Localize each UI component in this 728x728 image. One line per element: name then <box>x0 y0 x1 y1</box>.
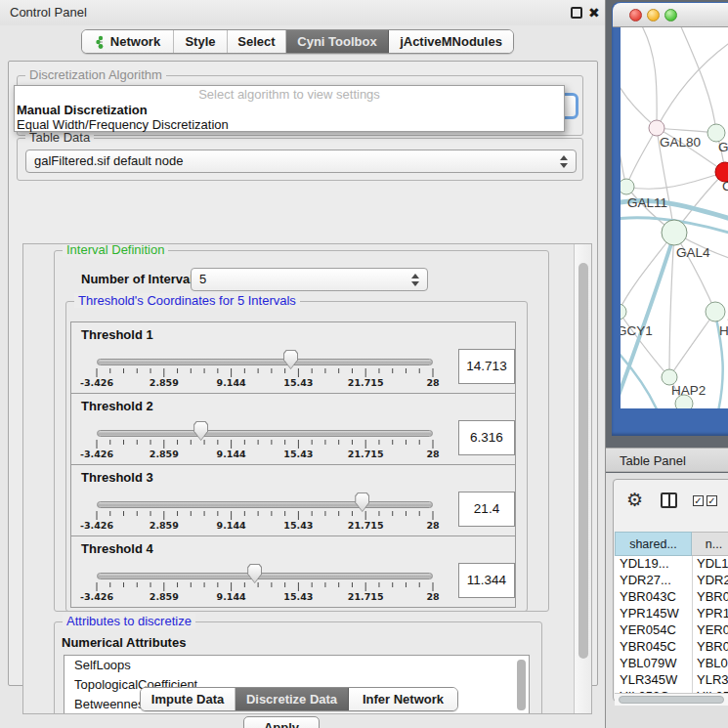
table-row[interactable]: YPR145WYPR145W <box>615 606 728 622</box>
threshold-panel-2: Threshold 2-3.4262.8599.14415.4321.71528… <box>70 393 516 465</box>
number-of-intervals-combobox[interactable]: 5 <box>191 268 428 291</box>
interval-definition-group-label: Interval Definition <box>63 243 168 257</box>
select-none-checkbox-icon[interactable]: ✓ <box>707 495 717 506</box>
table-column-name[interactable]: n... <box>692 532 728 556</box>
threshold-slider-thumb[interactable] <box>283 350 298 369</box>
network-edge[interactable] <box>669 233 674 377</box>
GAL4-node[interactable] <box>662 220 687 245</box>
settings-scrollpane: Interval DefinitionNumber of Intervals5T… <box>22 243 592 714</box>
threshold-panel-1: Threshold 1-3.4262.8599.14415.4321.71528… <box>70 321 516 394</box>
apply-button[interactable]: Apply <box>243 716 320 728</box>
network-edge[interactable] <box>621 106 626 187</box>
table-hscrollbar-thumb[interactable] <box>619 696 724 704</box>
table-row[interactable]: YDL19...YDL19... <box>615 556 728 573</box>
node-table-card: ⚙ ✓ ✓ shared... n... YDL19...YDL19...YDR… <box>613 479 728 702</box>
table-row[interactable]: YDR27...YDR27... <box>615 573 728 589</box>
network-edge[interactable] <box>669 312 715 377</box>
tab-jactivemnodules[interactable]: jActiveMNodules <box>389 30 513 53</box>
table-row[interactable]: YBR045CYBR045C <box>615 639 728 656</box>
threshold-value-field[interactable]: 11.344 <box>458 563 515 598</box>
column-selector-icon[interactable] <box>661 492 677 508</box>
GAL80-node[interactable] <box>649 120 664 136</box>
table-row[interactable]: YBL079WYBL079W <box>615 656 728 672</box>
tab-select[interactable]: Select <box>228 30 286 53</box>
combo-arrows-icon <box>410 273 419 287</box>
float-window-icon[interactable] <box>571 7 582 19</box>
table-horizontal-scrollbar[interactable] <box>615 693 728 706</box>
cell-shared-name: YBR043C <box>620 589 690 605</box>
tab-infer-network[interactable]: Infer Network <box>349 688 457 710</box>
tick-label: -3.426 <box>75 449 118 459</box>
attributes-list-scrollbar-thumb[interactable] <box>517 660 526 710</box>
GCY1-node[interactable] <box>621 304 626 320</box>
threshold-label: Threshold 1 <box>81 327 153 342</box>
tab-discretize-data[interactable]: Discretize Data <box>236 688 349 710</box>
network-edge[interactable] <box>626 172 725 189</box>
cell-name: YBL079W <box>697 656 728 671</box>
table-panel-header: Table Panel <box>606 448 728 472</box>
attribute-list-item[interactable]: SelfLoops <box>64 656 529 675</box>
tab-cyni-toolbox[interactable]: Cyni Toolbox <box>286 30 389 53</box>
number-of-intervals-value: 5 <box>199 272 206 286</box>
cell-shared-name: YDR27... <box>620 573 690 588</box>
network-view-window[interactable]: GAL80GCGAL11GAL4GCY1HHAP2 <box>612 2 728 436</box>
algorithm-option-0[interactable]: Manual Discretization <box>17 103 148 117</box>
threshold-slider-thumb[interactable] <box>247 564 262 583</box>
cell-name: YER054C <box>697 622 728 638</box>
panel-title: Control Panel <box>10 5 87 20</box>
table-column-shared-name[interactable]: shared... <box>615 532 692 556</box>
tick-label: 15.43 <box>277 449 320 459</box>
threshold-value-field[interactable]: 21.4 <box>458 492 515 527</box>
network-edge[interactable] <box>621 66 657 128</box>
settings-vertical-scrollbar[interactable] <box>574 244 591 713</box>
minimize-traffic-light-icon[interactable] <box>647 9 660 21</box>
network-edge[interactable] <box>657 37 728 128</box>
threshold-slider-thumb[interactable] <box>355 492 369 512</box>
threshold-slider-thumb[interactable] <box>193 421 208 441</box>
threshold-value-field[interactable]: 14.713 <box>458 349 515 384</box>
threshold-slider-track[interactable] <box>97 501 433 508</box>
tick-label: 9.144 <box>210 377 253 388</box>
network-edge[interactable] <box>621 233 674 312</box>
table-row[interactable]: YLR345WYLR345W <box>615 672 728 689</box>
number-of-intervals-label: Number of Intervals <box>81 272 200 286</box>
network-edge[interactable] <box>640 27 657 128</box>
network-edge[interactable] <box>626 128 657 187</box>
network-canvas[interactable]: GAL80GCGAL11GAL4GCY1HHAP2 <box>621 27 728 408</box>
tab-label: Impute Data <box>151 692 224 707</box>
close-icon[interactable]: ✖ <box>588 7 600 19</box>
gear-icon[interactable]: ⚙ <box>626 491 643 509</box>
top-tabstrip: NetworkStyleSelectCyni ToolboxjActiveMNo… <box>81 29 514 54</box>
tab-impute-data[interactable]: Impute Data <box>141 688 236 710</box>
table-row[interactable]: YBR043CYBR043C <box>615 589 728 606</box>
close-traffic-light-icon[interactable] <box>629 9 642 21</box>
tick-label: 2.859 <box>143 591 186 602</box>
tab-label: Discretize Data <box>246 692 337 707</box>
H-node[interactable] <box>706 302 725 321</box>
threshold-value-field[interactable]: 6.316 <box>458 420 515 455</box>
cell-name: YDL19... <box>697 556 728 572</box>
GAL11-node[interactable] <box>621 179 634 194</box>
cell-shared-name: YLR345W <box>620 672 690 688</box>
tab-network[interactable]: Network <box>82 30 174 53</box>
table-panel-title: Table Panel <box>620 453 686 468</box>
threshold-slider-track[interactable] <box>97 359 433 365</box>
table-row[interactable]: YER054CYER054C <box>615 622 728 639</box>
tick-label: 2.859 <box>143 377 186 388</box>
threshold-label: Threshold 4 <box>81 541 153 556</box>
settings-scrollbar-thumb[interactable] <box>578 263 588 659</box>
select-all-checkbox-icon[interactable]: ✓ <box>693 495 704 506</box>
zoom-traffic-light-icon[interactable] <box>664 9 677 21</box>
table-data-combobox[interactable]: galFiltered.sif default node <box>25 150 577 173</box>
node-label-C: C <box>722 179 728 193</box>
threshold-label: Threshold 3 <box>81 470 153 485</box>
tab-style[interactable]: Style <box>174 30 228 53</box>
tab-label: Select <box>237 34 275 49</box>
tab-label: Network <box>110 34 160 49</box>
network-edge[interactable] <box>679 27 716 133</box>
cell-name: YBR045C <box>697 639 728 655</box>
right-region: GAL80GCGAL11GAL4GCY1HHAP2 Table Panel ⚙ … <box>607 0 728 728</box>
threshold-slider-track[interactable] <box>97 430 433 437</box>
algorithm-option-1[interactable]: Equal Width/Frequency Discretization <box>17 117 229 132</box>
threshold-slider-track[interactable] <box>97 573 433 579</box>
